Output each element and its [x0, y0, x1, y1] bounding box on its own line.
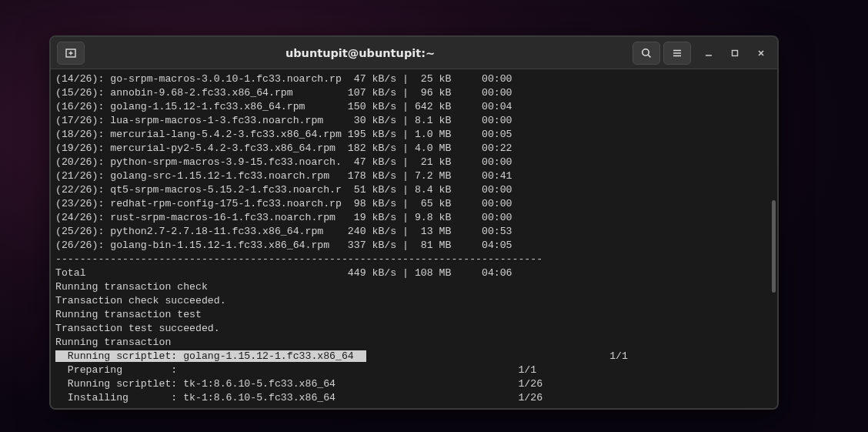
menu-button[interactable]: [663, 42, 691, 65]
window-controls: [699, 43, 771, 63]
new-tab-icon: [65, 47, 77, 59]
window-title: ubuntupit@ubuntupit:~: [88, 47, 633, 59]
svg-point-3: [643, 49, 649, 55]
terminal-body[interactable]: (14/26): go-srpm-macros-3.0.10-1.fc33.no…: [51, 69, 777, 408]
terminal-window: ubuntupit@ubuntupit:~ (14/26): go-srpm-m…: [49, 35, 779, 410]
hamburger-icon: [671, 47, 683, 59]
minimize-icon: [704, 49, 713, 58]
minimize-button[interactable]: [699, 43, 719, 63]
titlebar: ubuntupit@ubuntupit:~: [51, 37, 777, 69]
terminal-output: (14/26): go-srpm-macros-3.0.10-1.fc33.no…: [55, 72, 773, 405]
current-scriptlet-highlight: Running scriptlet: golang-1.15.12-1.fc33…: [55, 350, 366, 362]
scrollbar-thumb[interactable]: [772, 200, 776, 293]
search-button[interactable]: [633, 42, 660, 65]
svg-rect-9: [733, 50, 738, 55]
maximize-button[interactable]: [725, 43, 745, 63]
maximize-icon: [730, 49, 739, 58]
search-icon: [640, 47, 653, 59]
close-icon: [756, 49, 766, 58]
svg-line-4: [648, 55, 650, 57]
new-tab-button[interactable]: [57, 42, 85, 65]
close-button[interactable]: [751, 43, 771, 63]
